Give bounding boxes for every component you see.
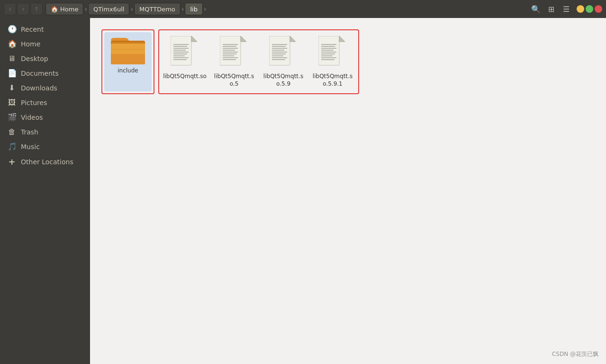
sidebar-label-videos: Videos (21, 114, 43, 121)
sidebar-label-music: Music (21, 143, 40, 151)
downloads-icon: ⬇ (8, 83, 16, 92)
sidebar: 🕐 Recent 🏠 Home 🖥 Desktop 📄 Documents ⬇ … (0, 18, 90, 364)
svg-rect-5 (171, 36, 191, 65)
add-location-icon: + (8, 157, 16, 167)
breadcrumb: 🏠 Home › QTimx6ull › MQTTDemo › lib › (45, 3, 525, 15)
home-icon: 🏠 (51, 6, 58, 13)
svg-rect-3 (111, 44, 145, 54)
breadcrumb-sep-3: › (181, 5, 184, 13)
videos-icon: 🎬 (8, 113, 16, 122)
file-name-so591: libQt5Qmqtt.so.5.9.1 (311, 73, 354, 88)
sidebar-item-trash[interactable]: 🗑 Trash (0, 124, 90, 139)
nav-buttons: ‹ › ↑ (4, 3, 43, 15)
pictures-icon: 🖼 (8, 98, 16, 107)
file-item-so59[interactable]: libQt5Qmqtt.so.5.9 (260, 32, 307, 91)
doc-icon-so5 (220, 36, 248, 70)
sidebar-item-desktop[interactable]: 🖥 Desktop (0, 51, 90, 66)
minimize-button[interactable] (577, 5, 584, 13)
breadcrumb-sep-1: › (84, 5, 87, 13)
breadcrumb-qtimx6ull[interactable]: QTimx6ull (88, 3, 129, 15)
window-controls (577, 5, 602, 13)
sidebar-item-home[interactable]: 🏠 Home (0, 36, 90, 51)
documents-icon: 📄 (8, 69, 16, 78)
svg-rect-41 (318, 36, 339, 65)
home-icon: 🏠 (8, 39, 16, 48)
sidebar-item-downloads[interactable]: ⬇ Downloads (0, 80, 90, 95)
breadcrumb-mqttdemo[interactable]: MQTTDemo (134, 3, 181, 15)
file-item-include[interactable]: include (104, 32, 152, 91)
sidebar-item-recent[interactable]: 🕐 Recent (0, 22, 90, 36)
file-name-so: libQt5Qmqtt.so (163, 73, 207, 80)
breadcrumb-home[interactable]: 🏠 Home (45, 3, 83, 15)
sidebar-label-trash: Trash (21, 128, 38, 136)
doc-svg-so (171, 36, 197, 68)
sidebar-item-other-locations[interactable]: + Other Locations (0, 154, 90, 169)
sidebar-label-desktop: Desktop (21, 55, 48, 62)
nav-back-button[interactable]: ‹ (4, 3, 16, 15)
folder-icon-include (111, 36, 145, 64)
main-area: 🕐 Recent 🏠 Home 🖥 Desktop 📄 Documents ⬇ … (0, 18, 606, 364)
maximize-button[interactable] (586, 5, 593, 13)
titlebar: ‹ › ↑ 🏠 Home › QTimx6ull › MQTTDemo › li… (0, 0, 606, 18)
doc-svg-so5 (220, 36, 246, 68)
recent-icon: 🕐 (8, 25, 16, 34)
file-item-so5[interactable]: libQt5Qmqtt.so.5 (210, 32, 258, 91)
file-item-so591[interactable]: libQt5Qmqtt.so.5.9.1 (309, 32, 356, 91)
watermark: CSDN @花茨已飘 (552, 350, 598, 358)
sidebar-item-documents[interactable]: 📄 Documents (0, 66, 90, 80)
sidebar-item-music[interactable]: 🎵 Music (0, 139, 90, 154)
sidebar-label-documents: Documents (21, 70, 59, 77)
menu-button[interactable]: ☰ (560, 2, 573, 16)
file-name-so5: libQt5Qmqtt.so.5 (212, 73, 256, 88)
files-selection-group: libQt5Qmqtt.so (158, 29, 359, 94)
desktop-icon: 🖥 (8, 54, 16, 63)
nav-forward-button[interactable]: › (17, 3, 29, 15)
svg-rect-29 (269, 36, 290, 65)
search-button[interactable]: 🔍 (529, 2, 543, 16)
doc-svg-so59 (269, 36, 296, 68)
file-item-so[interactable]: libQt5Qmqtt.so (161, 32, 208, 91)
view-toggle-button[interactable]: ⊞ (544, 2, 558, 16)
folder-svg (111, 36, 145, 64)
file-grid: include (98, 26, 598, 98)
sidebar-label-recent: Recent (21, 26, 44, 33)
svg-rect-17 (220, 36, 241, 65)
doc-icon-so591 (318, 36, 347, 70)
file-name-so59: libQt5Qmqtt.so.5.9 (262, 73, 305, 88)
file-name-include: include (118, 67, 138, 75)
trash-icon: 🗑 (8, 127, 16, 136)
sidebar-label-other-locations: Other Locations (21, 158, 73, 166)
content-area[interactable]: include (90, 18, 606, 364)
doc-icon-so59 (269, 36, 298, 70)
close-button[interactable] (595, 5, 602, 13)
folder-selection-group: include (101, 29, 154, 94)
sidebar-label-downloads: Downloads (21, 84, 57, 92)
sidebar-item-pictures[interactable]: 🖼 Pictures (0, 95, 90, 110)
nav-up-button[interactable]: ↑ (30, 3, 43, 15)
breadcrumb-next-arrow: › (204, 5, 207, 13)
music-icon: 🎵 (8, 142, 16, 151)
breadcrumb-lib[interactable]: lib (185, 3, 202, 15)
titlebar-actions: 🔍 ⊞ ☰ (529, 2, 573, 16)
doc-svg-so591 (318, 36, 345, 68)
doc-icon-so (171, 36, 199, 70)
breadcrumb-sep-2: › (130, 5, 133, 13)
sidebar-item-videos[interactable]: 🎬 Videos (0, 110, 90, 124)
sidebar-label-pictures: Pictures (21, 99, 47, 107)
sidebar-label-home: Home (21, 40, 40, 48)
